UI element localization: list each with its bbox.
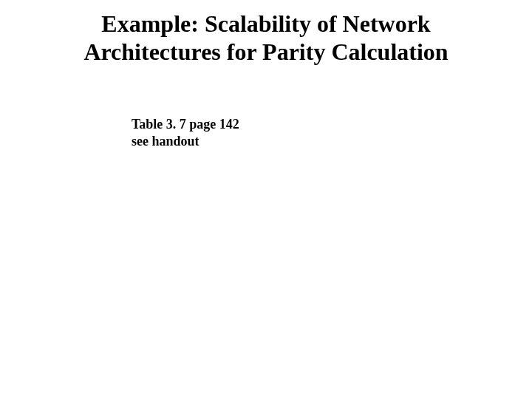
note-line-2: see handout: [132, 134, 200, 149]
slide-note: Table 3. 7 page 142 see handout: [132, 116, 239, 150]
slide: Example: Scalability of Network Architec…: [0, 0, 532, 399]
slide-title: Example: Scalability of Network Architec…: [0, 10, 532, 66]
title-line-2: Architectures for Parity Calculation: [83, 38, 448, 65]
note-line-1: Table 3. 7 page 142: [132, 117, 239, 132]
title-line-1: Example: Scalability of Network: [101, 10, 430, 37]
